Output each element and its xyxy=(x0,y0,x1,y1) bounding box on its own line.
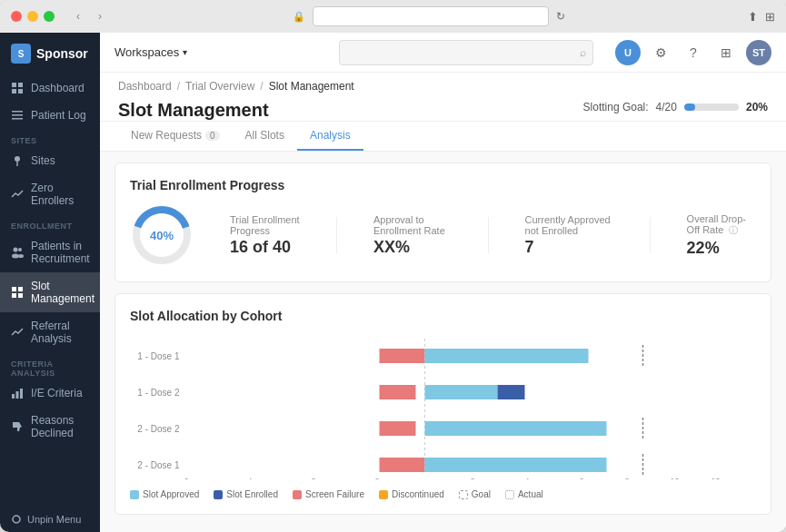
stat-divider-3 xyxy=(650,217,651,253)
breadcrumb-trial-overview[interactable]: Trial Overview xyxy=(185,80,254,93)
svg-text:4: 4 xyxy=(525,477,530,479)
info-icon: ⓘ xyxy=(729,225,738,235)
svg-rect-4 xyxy=(12,111,23,113)
page-header: Slot Management Slotting Goal: 4/20 20% xyxy=(100,93,786,122)
chart-title: Slot Allocation by Cohort xyxy=(130,309,756,323)
maximize-button[interactable] xyxy=(44,11,55,22)
settings-icon[interactable]: ⚙ xyxy=(648,40,673,65)
sidebar-logo-label: Sponsor xyxy=(36,46,88,61)
svg-rect-3 xyxy=(18,89,23,94)
users-icon xyxy=(11,246,24,259)
stat-label-approval: Approval to Enrollment Rate xyxy=(373,214,452,236)
share-icon[interactable]: ⬆ xyxy=(748,10,758,24)
donut-chart: 40% xyxy=(130,203,194,267)
breadcrumb-dashboard[interactable]: Dashboard xyxy=(118,80,172,93)
back-button[interactable]: ‹ xyxy=(69,7,87,25)
svg-rect-35 xyxy=(425,421,607,436)
sidebar-item-ie-criteria[interactable]: I/E Criteria xyxy=(0,379,100,407)
svg-rect-1 xyxy=(18,83,23,87)
slotting-goal-value: 4/20 xyxy=(656,101,677,113)
stat-value-approval: XX% xyxy=(373,238,452,257)
slotting-goal: Slotting Goal: 4/20 20% xyxy=(583,101,768,113)
stat-approved-not-enrolled: Currently Approved not Enrolled 7 xyxy=(525,214,613,257)
svg-rect-34 xyxy=(380,421,416,436)
tab-new-requests[interactable]: New Requests 0 xyxy=(118,122,233,151)
legend-label-goal: Goal xyxy=(472,489,491,499)
sidebar-section-enrollment: ENROLLMENT xyxy=(0,214,100,232)
titlebar: ‹ › 🔒 https://testing.studyteamapp.com/s… xyxy=(0,0,786,33)
pin-icon xyxy=(11,154,24,167)
workspace-button[interactable]: Workspaces ▾ xyxy=(114,45,187,59)
legend-label-discontinued: Discontinued xyxy=(392,489,444,499)
lock-icon: 🔒 xyxy=(293,11,305,23)
slotting-goal-fill xyxy=(684,103,695,111)
svg-rect-19 xyxy=(20,389,23,399)
slotting-goal-pct: 20% xyxy=(746,101,768,113)
add-tab-icon[interactable]: ⊞ xyxy=(765,10,775,24)
tabs: New Requests 0 All Slots Analysis xyxy=(100,122,786,152)
sidebar-footer-label: Unpin Menu xyxy=(27,514,81,525)
search-input[interactable]: Trial 123 xyxy=(339,40,593,65)
sidebar-item-zero-enrollers[interactable]: Zero Enrollers xyxy=(0,174,100,214)
sidebar-unpin[interactable]: Unpin Menu xyxy=(0,507,100,532)
svg-rect-18 xyxy=(16,391,19,399)
svg-point-9 xyxy=(14,248,18,252)
sidebar-label-patient-log: Patient Log xyxy=(31,109,86,122)
topbar: Workspaces ▾ Trial 123 ⌕ U ⚙ ? ⊞ ST xyxy=(100,33,786,73)
svg-text:0: 0 xyxy=(375,477,380,479)
nav-buttons: ‹ › xyxy=(69,7,109,25)
minimize-button[interactable] xyxy=(27,11,38,22)
stat-approval-rate: Approval to Enrollment Rate XX% xyxy=(373,214,452,257)
sidebar-item-slot-management[interactable]: Slot Management xyxy=(0,272,100,312)
sidebar-item-sites[interactable]: Sites xyxy=(0,147,100,174)
content-area: Dashboard / Trial Overview / Slot Manage… xyxy=(100,73,786,532)
stat-value-drop-off: 22% xyxy=(687,239,756,258)
forward-button[interactable]: › xyxy=(91,7,109,25)
svg-rect-0 xyxy=(12,83,16,87)
sidebar-item-dashboard[interactable]: Dashboard xyxy=(0,74,100,102)
sidebar-label-referral: Referral Analysis xyxy=(31,320,89,345)
tab-analysis[interactable]: Analysis xyxy=(297,122,363,151)
sidebar-item-reasons-declined[interactable]: Reasons Declined xyxy=(0,407,100,447)
traffic-lights xyxy=(11,11,55,22)
breadcrumb: Dashboard / Trial Overview / Slot Manage… xyxy=(100,73,786,93)
window: ‹ › 🔒 https://testing.studyteamapp.com/s… xyxy=(0,0,786,532)
sidebar-label-sites: Sites xyxy=(31,154,55,167)
sidebar-label-dashboard: Dashboard xyxy=(31,82,85,94)
unpin-icon xyxy=(11,514,22,525)
legend-slot-approved: Slot Approved xyxy=(130,489,199,499)
close-button[interactable] xyxy=(11,11,22,22)
search-icon: ⌕ xyxy=(580,46,586,59)
stat-divider-2 xyxy=(488,217,489,253)
sidebar-label-patients: Patients in Recruitment xyxy=(31,240,90,265)
legend-goal: Goal xyxy=(459,489,491,499)
svg-text:6: 6 xyxy=(184,477,189,479)
sidebar-item-patient-log[interactable]: Patient Log xyxy=(0,102,100,129)
url-input[interactable]: https://testing.studyteamapp.com/sponsor… xyxy=(313,6,549,26)
user-avatar[interactable]: ST xyxy=(746,40,771,65)
svg-rect-31 xyxy=(380,385,416,399)
svg-point-7 xyxy=(15,156,20,162)
stat-label-not-enrolled: Currently Approved not Enrolled xyxy=(525,214,613,236)
refresh-icon[interactable]: ↻ xyxy=(556,10,565,23)
grid-sm-icon xyxy=(11,286,24,299)
svg-rect-5 xyxy=(12,114,23,116)
svg-text:1 - Dose 1: 1 - Dose 1 xyxy=(137,351,180,361)
bar-chart-icon xyxy=(11,387,24,399)
tab-all-slots[interactable]: All Slots xyxy=(233,122,297,151)
grid-apps-icon[interactable]: ⊞ xyxy=(713,40,739,65)
stat-label-trial: Trial Enrollment Progress xyxy=(230,214,300,236)
avatar: U xyxy=(615,40,641,65)
svg-rect-13 xyxy=(12,287,16,291)
sidebar-section-criteria: CRITERIA ANALYSIS xyxy=(0,352,100,379)
chevron-down-icon: ▾ xyxy=(183,47,187,57)
chart-sm-icon xyxy=(11,326,24,339)
sidebar-item-patients[interactable]: Patients in Recruitment xyxy=(0,232,100,272)
stat-value-trial: 16 of 40 xyxy=(230,238,300,257)
help-icon[interactable]: ? xyxy=(681,40,706,65)
sidebar-item-referral[interactable]: Referral Analysis xyxy=(0,312,100,352)
svg-rect-33 xyxy=(498,385,525,399)
topbar-right: U ⚙ ? ⊞ ST xyxy=(615,40,771,65)
thumbdown-icon xyxy=(11,420,24,433)
legend-label-actual: Actual xyxy=(518,489,543,499)
